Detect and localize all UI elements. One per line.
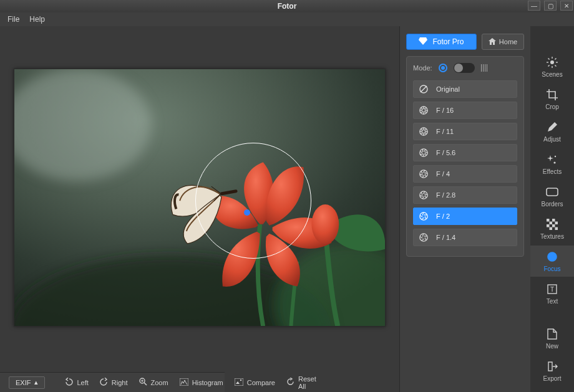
svg-line-31 — [424, 129, 427, 130]
tool-text[interactable]: TText — [530, 278, 574, 309]
menubar: File Help — [0, 12, 574, 26]
aperture-option[interactable]: F / 2.8 — [413, 186, 517, 204]
svg-line-45 — [421, 171, 422, 174]
mode-linear-icon[interactable] — [481, 64, 488, 72]
bottombar-item-label: Reset All — [298, 375, 316, 390]
tool-label: Adjust — [543, 136, 561, 143]
tool-adjust[interactable]: Adjust — [530, 116, 574, 147]
aperture-icon — [419, 190, 429, 200]
tool-label: Textures — [540, 233, 564, 240]
home-label: Home — [499, 38, 517, 45]
mode-radial-icon[interactable] — [439, 64, 447, 72]
svg-line-42 — [425, 174, 426, 177]
aperture-option[interactable]: F / 2 — [413, 208, 517, 225]
aperture-option[interactable]: F / 11 — [413, 123, 517, 140]
svg-line-43 — [422, 175, 424, 178]
tool-scenes[interactable]: Scenes — [530, 51, 574, 82]
svg-point-77 — [553, 161, 555, 163]
histogram-icon — [180, 378, 188, 387]
tool-borders[interactable]: Borders — [530, 181, 574, 212]
rotate-right-icon — [100, 378, 108, 387]
aperture-label: F / 2 — [436, 213, 450, 220]
aperture-option[interactable]: F / 16 — [413, 102, 517, 119]
aperture-label: F / 4 — [436, 170, 450, 178]
svg-point-12 — [240, 379, 241, 380]
tool-label: Borders — [541, 201, 563, 208]
mode-toggle[interactable] — [454, 63, 475, 73]
tool-label: Scenes — [542, 71, 562, 78]
aperture-icon — [419, 127, 429, 136]
svg-line-57 — [422, 218, 424, 219]
canvas-area: EXIF ▴ LeftRightZoomHistogramCompareRese… — [0, 26, 399, 392]
svg-line-25 — [425, 131, 426, 135]
tool-crop[interactable]: Crop — [530, 84, 574, 115]
svg-line-75 — [555, 58, 556, 59]
compare-button[interactable]: Compare — [235, 378, 275, 387]
photo-canvas[interactable] — [14, 69, 386, 327]
compare-icon — [235, 378, 243, 387]
home-icon — [489, 38, 496, 46]
border-icon — [546, 186, 558, 198]
aperture-option[interactable]: F / 5.6 — [413, 144, 517, 161]
reset-all-button[interactable]: Reset All — [286, 375, 316, 390]
bottombar-item-label: Zoom — [151, 379, 168, 386]
titlebar: Fotor — ▢ ✕ — [0, 0, 574, 12]
tool-focus[interactable]: Focus — [530, 246, 574, 277]
tool-textures[interactable]: Textures — [530, 213, 574, 244]
fotor-pro-button[interactable]: Fotor Pro — [406, 34, 477, 50]
svg-line-7 — [144, 383, 147, 385]
tool-new[interactable]: New — [530, 323, 574, 354]
zoom-icon — [139, 378, 147, 387]
aperture-icon — [419, 105, 429, 115]
svg-line-37 — [420, 151, 422, 153]
exif-button[interactable]: EXIF ▴ — [9, 376, 45, 389]
aperture-label: F / 1.4 — [436, 234, 455, 241]
tool-export[interactable]: Export — [530, 355, 574, 386]
histogram-button[interactable]: Histogram — [180, 378, 223, 387]
svg-line-34 — [425, 153, 426, 156]
aperture-option[interactable]: F / 1.4 — [413, 229, 517, 246]
aperture-label: F / 16 — [436, 107, 454, 114]
bottombar-item-label: Histogram — [192, 379, 223, 386]
rotate-right-button[interactable]: Right — [100, 378, 128, 387]
minimize-button[interactable]: — — [528, 1, 540, 11]
crop-icon — [546, 88, 558, 101]
svg-text:T: T — [550, 286, 554, 293]
side-panel: Fotor Pro Home Mode: OriginalF / 16F / 1… — [400, 26, 530, 392]
svg-line-56 — [425, 216, 426, 219]
aperture-icon — [419, 84, 429, 94]
svg-line-50 — [422, 196, 424, 199]
svg-point-4 — [311, 204, 339, 244]
aperture-option[interactable]: Original — [413, 80, 517, 98]
bottombar-item-label: Left — [77, 379, 88, 386]
svg-line-36 — [420, 154, 423, 155]
pencil-icon — [546, 121, 558, 133]
menu-help[interactable]: Help — [29, 15, 45, 24]
svg-line-16 — [425, 110, 426, 113]
svg-line-53 — [423, 191, 425, 194]
tool-effects[interactable]: Effects — [530, 148, 574, 179]
svg-line-38 — [422, 149, 423, 152]
close-button[interactable]: ✕ — [560, 1, 573, 11]
home-button[interactable]: Home — [482, 34, 524, 50]
mode-label: Mode: — [413, 64, 432, 72]
zoom-button[interactable]: Zoom — [139, 378, 168, 387]
svg-line-73 — [555, 65, 556, 66]
svg-line-20 — [421, 107, 422, 110]
rotate-left-icon — [65, 378, 73, 387]
rotate-left-button[interactable]: Left — [65, 378, 88, 387]
svg-line-39 — [424, 150, 426, 151]
svg-line-63 — [422, 239, 424, 241]
svg-line-22 — [424, 108, 427, 109]
aperture-option[interactable]: F / 4 — [413, 165, 517, 183]
maximize-button[interactable]: ▢ — [544, 1, 557, 11]
app-title: Fotor — [278, 2, 297, 11]
svg-line-14 — [421, 86, 427, 92]
svg-line-29 — [421, 128, 422, 131]
svg-line-58 — [420, 215, 422, 217]
menu-file[interactable]: File — [7, 15, 19, 24]
bottombar-item-label: Compare — [247, 379, 275, 386]
tool-label: New — [546, 343, 558, 350]
focus-center-handle[interactable] — [244, 209, 250, 216]
tool-label: Text — [547, 298, 558, 305]
